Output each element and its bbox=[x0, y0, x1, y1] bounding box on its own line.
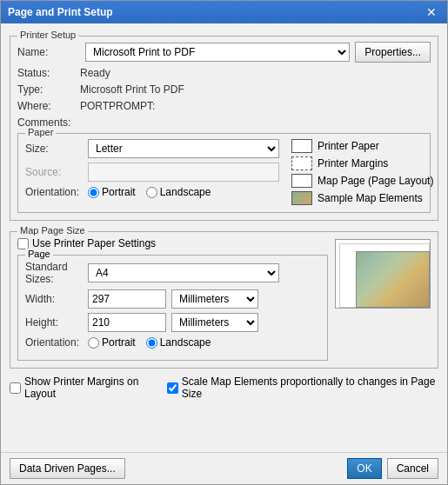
printer-setup-label: Printer Setup bbox=[17, 30, 78, 40]
map-portrait-option[interactable]: Portrait bbox=[88, 336, 136, 349]
legend-printer-margins: Printer Margins bbox=[291, 156, 433, 170]
paper-landscape-option[interactable]: Landscape bbox=[146, 186, 211, 198]
page-inner-group: Page Standard Sizes: A4 Width: Millimet bbox=[17, 255, 328, 361]
map-page-size-label: Map Page Size bbox=[17, 225, 88, 236]
dialog: Page and Print Setup ✕ Printer Setup Nam… bbox=[0, 0, 448, 485]
map-portrait-radio[interactable] bbox=[88, 337, 99, 349]
use-printer-paper-label: Use Printer Paper Settings bbox=[32, 237, 156, 249]
paper-landscape-label: Landscape bbox=[160, 186, 211, 198]
bottom-bar: Data Driven Pages... OK Cancel bbox=[1, 452, 447, 484]
where-row: Where: PORTPROMPT: bbox=[17, 100, 431, 112]
map-page-fields: Use Printer Paper Settings Page Standard… bbox=[17, 237, 328, 361]
printer-margins-label: Printer Margins bbox=[318, 157, 388, 169]
width-unit-select[interactable]: Millimeters bbox=[171, 289, 258, 309]
bottom-right-buttons: OK Cancel bbox=[347, 458, 438, 479]
show-margins-checkbox[interactable] bbox=[10, 382, 21, 394]
standard-sizes-label: Standard Sizes: bbox=[25, 261, 88, 285]
scale-elements-checkbox[interactable] bbox=[167, 382, 178, 394]
where-value: PORTPROMPT: bbox=[80, 100, 155, 112]
paper-and-legend: Size: Letter Source: Orientation: bbox=[25, 139, 423, 205]
paper-orientation-radio-group: Portrait Landscape bbox=[88, 186, 211, 198]
page-inner-label: Page bbox=[25, 249, 53, 259]
map-terrain bbox=[357, 252, 429, 307]
paper-portrait-radio[interactable] bbox=[88, 187, 99, 198]
ok-button[interactable]: OK bbox=[347, 458, 381, 479]
data-driven-pages-button[interactable]: Data Driven Pages... bbox=[10, 458, 125, 479]
content-area: Printer Setup Name: Microsoft Print to P… bbox=[1, 23, 447, 452]
sample-map-box bbox=[291, 191, 312, 205]
printer-paper-label: Printer Paper bbox=[318, 140, 379, 152]
printer-paper-box bbox=[291, 139, 312, 153]
legend-map-page: Map Page (Page Layout) bbox=[291, 174, 433, 188]
status-label: Status: bbox=[17, 67, 80, 79]
map-orientation-radio-group: Portrait Landscape bbox=[88, 336, 211, 349]
status-value: Ready bbox=[80, 67, 110, 79]
source-label: Source: bbox=[25, 166, 88, 178]
paper-landscape-radio[interactable] bbox=[146, 187, 157, 198]
paper-orientation-row: Orientation: Portrait Landscape bbox=[25, 186, 279, 198]
printer-margins-box bbox=[291, 156, 312, 170]
type-value: Microsoft Print To PDF bbox=[80, 83, 184, 96]
properties-button[interactable]: Properties... bbox=[355, 42, 431, 63]
sample-map-label: Sample Map Elements bbox=[318, 192, 423, 204]
comments-row: Comments: bbox=[17, 116, 431, 129]
map-page-box bbox=[291, 174, 312, 188]
map-preview-wrapper bbox=[335, 237, 431, 361]
paper-fields: Size: Letter Source: Orientation: bbox=[25, 139, 279, 205]
height-input[interactable] bbox=[88, 313, 166, 332]
map-orientation-label: Orientation: bbox=[25, 336, 88, 349]
map-landscape-option[interactable]: Landscape bbox=[146, 336, 211, 349]
source-row: Source: bbox=[25, 163, 279, 182]
status-row: Status: Ready bbox=[17, 67, 431, 79]
paper-group-label: Paper bbox=[25, 127, 56, 137]
standard-sizes-row: Standard Sizes: A4 bbox=[25, 261, 320, 285]
legend-panel: Printer Paper Printer Margins Map Page (… bbox=[291, 139, 433, 205]
size-row: Size: Letter bbox=[25, 139, 279, 158]
map-landscape-label: Landscape bbox=[160, 336, 211, 349]
height-unit-select[interactable]: Millimeters bbox=[171, 313, 258, 332]
width-input[interactable] bbox=[88, 289, 166, 309]
scale-row: Show Printer Margins on Layout Scale Map… bbox=[10, 374, 438, 402]
preview-map-inner bbox=[356, 251, 430, 308]
width-label: Width: bbox=[25, 293, 88, 305]
type-row: Type: Microsoft Print To PDF bbox=[17, 83, 431, 96]
type-label: Type: bbox=[17, 83, 80, 96]
printer-setup-group: Printer Setup Name: Microsoft Print to P… bbox=[10, 36, 438, 221]
standard-size-select[interactable]: A4 bbox=[88, 263, 279, 282]
close-button[interactable]: ✕ bbox=[423, 6, 440, 18]
printer-name-select[interactable]: Microsoft Print to PDF bbox=[85, 43, 350, 62]
paper-group: Paper Size: Letter Source: bbox=[17, 133, 431, 213]
cancel-button[interactable]: Cancel bbox=[387, 458, 438, 479]
size-label: Size: bbox=[25, 143, 88, 155]
show-margins-checkbox-row: Show Printer Margins on Layout bbox=[10, 375, 162, 400]
paper-portrait-label: Portrait bbox=[102, 186, 136, 198]
use-printer-paper-checkbox[interactable] bbox=[17, 238, 29, 249]
scale-elements-label: Scale Map Elements proportionally to cha… bbox=[182, 375, 438, 400]
title-bar: Page and Print Setup ✕ bbox=[1, 1, 447, 23]
map-preview bbox=[335, 239, 431, 309]
scale-elements-checkbox-row: Scale Map Elements proportionally to cha… bbox=[167, 375, 438, 400]
paper-portrait-option[interactable]: Portrait bbox=[88, 186, 136, 198]
source-input[interactable] bbox=[88, 163, 279, 182]
show-margins-label: Show Printer Margins on Layout bbox=[24, 375, 162, 400]
paper-orientation-label: Orientation: bbox=[25, 186, 88, 198]
width-row: Width: Millimeters bbox=[25, 289, 320, 309]
legend-printer-paper: Printer Paper bbox=[291, 139, 433, 153]
use-printer-paper-row: Use Printer Paper Settings bbox=[17, 237, 328, 249]
name-row: Name: Microsoft Print to PDF Properties.… bbox=[17, 42, 431, 63]
legend-sample-map: Sample Map Elements bbox=[291, 191, 433, 205]
paper-size-select[interactable]: Letter bbox=[88, 139, 279, 158]
height-label: Height: bbox=[25, 316, 88, 329]
map-orientation-row: Orientation: Portrait Landscape bbox=[25, 336, 320, 349]
dialog-title: Page and Print Setup bbox=[8, 6, 113, 18]
map-portrait-label: Portrait bbox=[102, 336, 136, 349]
map-page-size-group: Map Page Size Use Printer Paper Settings… bbox=[10, 231, 438, 369]
map-landscape-radio[interactable] bbox=[146, 337, 157, 349]
map-page-label: Map Page (Page Layout) bbox=[318, 175, 433, 187]
name-label: Name: bbox=[17, 46, 80, 58]
where-label: Where: bbox=[17, 100, 80, 112]
map-page-content: Use Printer Paper Settings Page Standard… bbox=[17, 237, 431, 361]
height-row: Height: Millimeters bbox=[25, 313, 320, 332]
